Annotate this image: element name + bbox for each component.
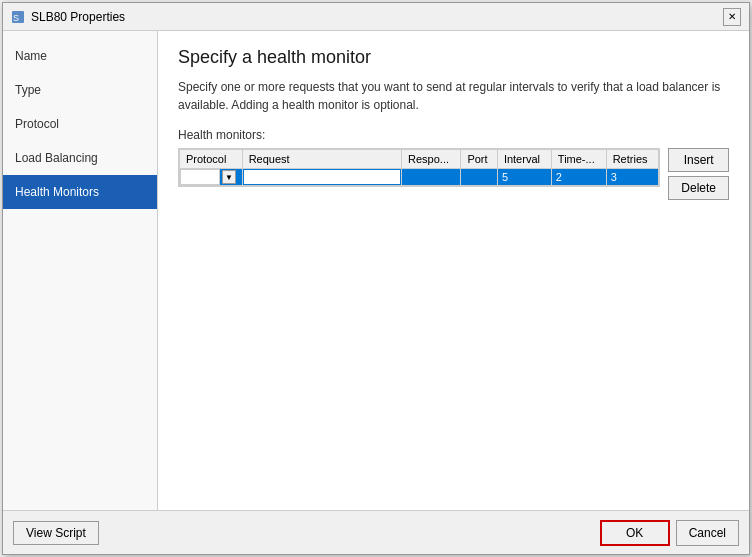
close-button[interactable]: ✕	[723, 8, 741, 26]
protocol-input[interactable]	[180, 169, 220, 185]
table-row: ▼ Http Tcp	[180, 169, 659, 186]
footer-right: OK Cancel	[600, 520, 739, 546]
cell-response[interactable]	[402, 169, 461, 186]
insert-button[interactable]: Insert	[668, 148, 729, 172]
health-monitors-table: Protocol Request Respo... Port Interval …	[179, 149, 659, 186]
window-icon: S	[11, 10, 25, 24]
table-and-buttons: Protocol Request Respo... Port Interval …	[178, 148, 729, 494]
window-title: SLB80 Properties	[31, 10, 125, 24]
sidebar-item-type[interactable]: Type	[3, 73, 157, 107]
cell-timeout[interactable]: 2	[551, 169, 606, 186]
svg-text:S: S	[13, 13, 19, 23]
col-header-timeout: Time-...	[551, 150, 606, 169]
page-title: Specify a health monitor	[178, 47, 729, 68]
sidebar-item-protocol[interactable]: Protocol	[3, 107, 157, 141]
side-buttons: Insert Delete	[668, 148, 729, 200]
title-bar: S SLB80 Properties ✕	[3, 3, 749, 31]
window-body: Name Type Protocol Load Balancing Health…	[3, 31, 749, 510]
cell-retries[interactable]: 3	[606, 169, 659, 186]
footer: View Script OK Cancel	[3, 510, 749, 554]
cell-request	[242, 169, 401, 186]
delete-button[interactable]: Delete	[668, 176, 729, 200]
ok-button[interactable]: OK	[600, 520, 670, 546]
cell-port[interactable]	[461, 169, 497, 186]
health-monitors-table-container: Protocol Request Respo... Port Interval …	[178, 148, 660, 187]
section-label: Health monitors:	[178, 128, 729, 142]
sidebar-item-name[interactable]: Name	[3, 39, 157, 73]
protocol-cell: ▼ Http Tcp	[180, 169, 242, 185]
col-header-response: Respo...	[402, 150, 461, 169]
footer-left: View Script	[13, 521, 99, 545]
main-content: Specify a health monitor Specify one or …	[158, 31, 749, 510]
sidebar: Name Type Protocol Load Balancing Health…	[3, 31, 158, 510]
col-header-port: Port	[461, 150, 497, 169]
table-header-row: Protocol Request Respo... Port Interval …	[180, 150, 659, 169]
sidebar-item-load-balancing[interactable]: Load Balancing	[3, 141, 157, 175]
protocol-dropdown-button[interactable]: ▼	[222, 170, 236, 184]
col-header-interval: Interval	[497, 150, 551, 169]
col-header-protocol: Protocol	[180, 150, 243, 169]
request-input[interactable]	[243, 169, 401, 185]
dialog-window: S SLB80 Properties ✕ Name Type Protocol …	[2, 2, 750, 555]
col-header-retries: Retries	[606, 150, 659, 169]
view-script-button[interactable]: View Script	[13, 521, 99, 545]
cancel-button[interactable]: Cancel	[676, 520, 739, 546]
sidebar-item-health-monitors[interactable]: Health Monitors	[3, 175, 157, 209]
col-header-request: Request	[242, 150, 401, 169]
page-description: Specify one or more requests that you wa…	[178, 78, 729, 114]
cell-protocol: ▼ Http Tcp	[180, 169, 243, 186]
cell-interval[interactable]: 5	[497, 169, 551, 186]
